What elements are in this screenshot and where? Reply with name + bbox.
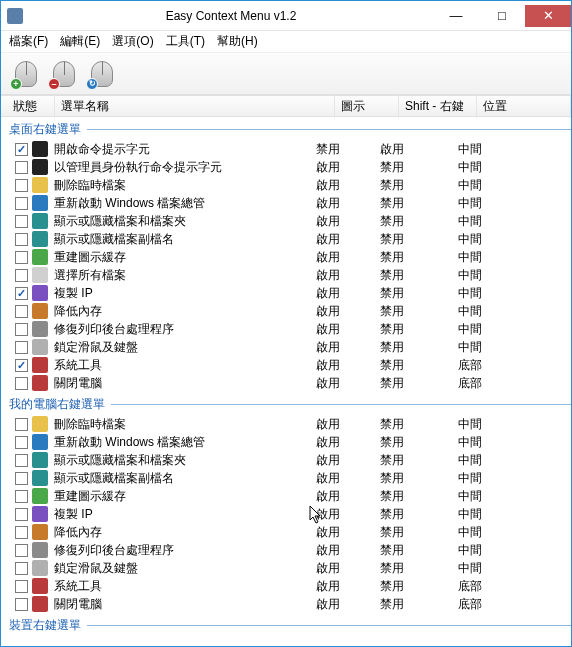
row-icon-toggle[interactable]: 啟用 (316, 249, 380, 266)
row-icon-toggle[interactable]: 啟用 (316, 470, 380, 487)
row-checkbox[interactable] (15, 508, 28, 521)
row-position[interactable]: 底部 (458, 596, 571, 613)
col-name[interactable]: 選單名稱 (55, 95, 335, 118)
row-shift-toggle[interactable]: 禁用 (380, 452, 458, 469)
row-shift-toggle[interactable]: 禁用 (380, 213, 458, 230)
row-shift-toggle[interactable]: 禁用 (380, 159, 458, 176)
row-shift-toggle[interactable]: 禁用 (380, 578, 458, 595)
row-position[interactable]: 中間 (458, 542, 571, 559)
row-checkbox[interactable] (15, 598, 28, 611)
list-row[interactable]: 刪除臨時檔案啟用禁用中間 (1, 176, 571, 194)
row-icon-toggle[interactable]: 啟用 (316, 357, 380, 374)
row-icon-toggle[interactable]: 禁用 (316, 141, 380, 158)
list-row[interactable]: 鎖定滑鼠及鍵盤啟用禁用中間 (1, 338, 571, 356)
row-shift-toggle[interactable]: 禁用 (380, 195, 458, 212)
row-checkbox[interactable] (15, 359, 28, 372)
row-checkbox[interactable] (15, 143, 28, 156)
row-position[interactable]: 中間 (458, 213, 571, 230)
row-icon-toggle[interactable]: 啟用 (316, 321, 380, 338)
list-row[interactable]: 鎖定滑鼠及鍵盤啟用禁用中間 (1, 559, 571, 577)
toolbar-refresh-button[interactable]: ↻ (85, 57, 119, 91)
row-icon-toggle[interactable]: 啟用 (316, 524, 380, 541)
row-shift-toggle[interactable]: 禁用 (380, 524, 458, 541)
list-row[interactable]: 關閉電腦啟用禁用底部 (1, 374, 571, 392)
row-shift-toggle[interactable]: 禁用 (380, 321, 458, 338)
row-position[interactable]: 中間 (458, 195, 571, 212)
row-shift-toggle[interactable]: 禁用 (380, 285, 458, 302)
list-row[interactable]: 顯示或隱藏檔案副檔名啟用禁用中間 (1, 469, 571, 487)
row-shift-toggle[interactable]: 禁用 (380, 231, 458, 248)
list-row[interactable]: 系統工具啟用禁用底部 (1, 577, 571, 595)
col-shift[interactable]: Shift - 右鍵 (399, 95, 477, 118)
row-icon-toggle[interactable]: 啟用 (316, 578, 380, 595)
row-shift-toggle[interactable]: 禁用 (380, 416, 458, 433)
row-icon-toggle[interactable]: 啟用 (316, 195, 380, 212)
row-position[interactable]: 中間 (458, 231, 571, 248)
row-icon-toggle[interactable]: 啟用 (316, 560, 380, 577)
list-row[interactable]: 重新啟動 Windows 檔案總管啟用禁用中間 (1, 433, 571, 451)
toolbar-add-button[interactable]: + (9, 57, 43, 91)
row-icon-toggle[interactable]: 啟用 (316, 267, 380, 284)
row-position[interactable]: 中間 (458, 524, 571, 541)
row-position[interactable]: 中間 (458, 452, 571, 469)
menu-options[interactable]: 選項(O) (112, 33, 153, 50)
list-row[interactable]: 複製 IP啟用禁用中間 (1, 505, 571, 523)
row-icon-toggle[interactable]: 啟用 (316, 596, 380, 613)
row-position[interactable]: 中間 (458, 303, 571, 320)
row-position[interactable]: 中間 (458, 249, 571, 266)
row-shift-toggle[interactable]: 禁用 (380, 249, 458, 266)
row-checkbox[interactable] (15, 251, 28, 264)
list-row[interactable]: 顯示或隱藏檔案和檔案夾啟用禁用中間 (1, 212, 571, 230)
row-position[interactable]: 底部 (458, 375, 571, 392)
row-checkbox[interactable] (15, 305, 28, 318)
row-position[interactable]: 中間 (458, 285, 571, 302)
row-checkbox[interactable] (15, 472, 28, 485)
row-icon-toggle[interactable]: 啟用 (316, 303, 380, 320)
toolbar-remove-button[interactable]: – (47, 57, 81, 91)
row-checkbox[interactable] (15, 562, 28, 575)
row-icon-toggle[interactable]: 啟用 (316, 177, 380, 194)
row-icon-toggle[interactable]: 啟用 (316, 375, 380, 392)
list-row[interactable]: 顯示或隱藏檔案副檔名啟用禁用中間 (1, 230, 571, 248)
menu-file[interactable]: 檔案(F) (9, 33, 48, 50)
row-position[interactable]: 中間 (458, 267, 571, 284)
maximize-button[interactable]: □ (479, 5, 525, 27)
row-checkbox[interactable] (15, 269, 28, 282)
row-shift-toggle[interactable]: 禁用 (380, 488, 458, 505)
col-icon[interactable]: 圖示 (335, 95, 399, 118)
row-shift-toggle[interactable]: 禁用 (380, 267, 458, 284)
row-checkbox[interactable] (15, 287, 28, 300)
row-checkbox[interactable] (15, 418, 28, 431)
row-checkbox[interactable] (15, 580, 28, 593)
row-icon-toggle[interactable]: 啟用 (316, 285, 380, 302)
list-row[interactable]: 關閉電腦啟用禁用底部 (1, 595, 571, 613)
row-checkbox[interactable] (15, 454, 28, 467)
row-shift-toggle[interactable]: 禁用 (380, 542, 458, 559)
row-checkbox[interactable] (15, 436, 28, 449)
row-icon-toggle[interactable]: 啟用 (316, 339, 380, 356)
row-icon-toggle[interactable]: 啟用 (316, 542, 380, 559)
row-position[interactable]: 底部 (458, 578, 571, 595)
row-checkbox[interactable] (15, 233, 28, 246)
row-checkbox[interactable] (15, 377, 28, 390)
row-checkbox[interactable] (15, 215, 28, 228)
row-position[interactable]: 中間 (458, 177, 571, 194)
close-button[interactable]: ✕ (525, 5, 571, 27)
row-icon-toggle[interactable]: 啟用 (316, 488, 380, 505)
row-icon-toggle[interactable]: 啟用 (316, 231, 380, 248)
row-checkbox[interactable] (15, 341, 28, 354)
col-position[interactable]: 位置 (477, 95, 571, 118)
list-row[interactable]: 以管理員身份執行命令提示字元啟用禁用中間 (1, 158, 571, 176)
row-icon-toggle[interactable]: 啟用 (316, 434, 380, 451)
row-icon-toggle[interactable]: 啟用 (316, 159, 380, 176)
list-row[interactable]: 複製 IP啟用禁用中間 (1, 284, 571, 302)
row-position[interactable]: 中間 (458, 434, 571, 451)
row-shift-toggle[interactable]: 禁用 (380, 375, 458, 392)
menu-edit[interactable]: 編輯(E) (60, 33, 100, 50)
row-position[interactable]: 中間 (458, 506, 571, 523)
list-row[interactable]: 降低內存啟用禁用中間 (1, 302, 571, 320)
menu-help[interactable]: 幫助(H) (217, 33, 258, 50)
list-row[interactable]: 修復列印後台處理程序啟用禁用中間 (1, 541, 571, 559)
row-position[interactable]: 中間 (458, 560, 571, 577)
list-row[interactable]: 重建圖示緩存啟用禁用中間 (1, 487, 571, 505)
